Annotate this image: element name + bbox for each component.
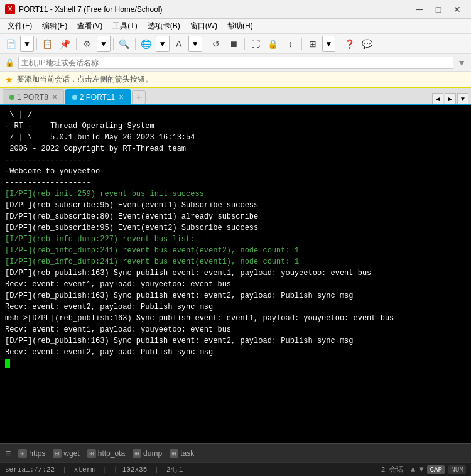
terminal-line: [D/PF](reb_subscribe:95) Event(event1) S… bbox=[5, 200, 466, 211]
minimize-button[interactable]: ─ bbox=[411, 3, 428, 16]
tab-label: 1 PORT8 bbox=[17, 93, 48, 102]
address-dropdown-icon[interactable]: ▼ bbox=[457, 58, 466, 68]
menu-view[interactable]: 查看(V) bbox=[72, 19, 107, 33]
terminal-line: Recv: event: event1, payload: youyeetoo:… bbox=[5, 279, 466, 290]
status-position: 24,1 bbox=[166, 466, 183, 473]
terminal-line: msh >[D/PF](reb_publish:163) Sync publis… bbox=[5, 313, 466, 324]
toolbar-settings-dropdown[interactable]: ▼ bbox=[97, 36, 111, 52]
status-sessions: 2 会话 bbox=[381, 465, 403, 474]
quick-cmd-wget[interactable]: ⊞ wget bbox=[53, 449, 79, 458]
menu-help[interactable]: 帮助(H) bbox=[222, 19, 258, 33]
toolbar-sep2 bbox=[76, 38, 77, 50]
terminal-line: [I/PF](reb_info_dump:241) revent bus eve… bbox=[5, 256, 466, 268]
toolbar-sep6 bbox=[244, 38, 245, 50]
terminal-line: ------------------- bbox=[5, 177, 466, 188]
tab-port8[interactable]: 1 PORT8 ✕ bbox=[3, 89, 64, 104]
num-indicator: NUM bbox=[448, 465, 466, 474]
quick-cmd-icon: ⊞ bbox=[170, 449, 178, 458]
toolbar-connect-dropdown[interactable]: ▼ bbox=[156, 36, 170, 52]
toolbar-connect[interactable]: 🌐 bbox=[138, 36, 154, 52]
toolbar-stop[interactable]: ⏹ bbox=[225, 36, 242, 52]
terminal[interactable]: \ | /- RT - Thread Operating System / | … bbox=[0, 105, 471, 443]
quick-cmd-https[interactable]: ⊞ https bbox=[18, 449, 45, 458]
quick-cmd-task[interactable]: ⊞ task bbox=[170, 449, 194, 458]
terminal-line: Recv: event: event2, payload: Publish sy… bbox=[5, 347, 466, 358]
terminal-line: / | \ 5.0.1 build May 26 2023 16:13:54 bbox=[5, 132, 466, 143]
toolbar-new-dropdown[interactable]: ▼ bbox=[20, 36, 34, 52]
tab-status-dot bbox=[72, 95, 77, 100]
quick-cmd-icon: ⊞ bbox=[53, 449, 62, 458]
app-icon: X bbox=[5, 4, 15, 14]
tab-label: 2 PORT11 bbox=[80, 93, 115, 102]
toolbar-sep3 bbox=[113, 38, 114, 50]
terminal-line bbox=[5, 358, 466, 369]
tab-next-button[interactable]: ► bbox=[445, 93, 456, 104]
quick-menu-icon[interactable]: ≡ bbox=[5, 448, 11, 459]
add-tab-button[interactable]: + bbox=[132, 90, 146, 104]
toolbar-multi-dropdown[interactable]: ▼ bbox=[322, 36, 336, 52]
toolbar: 📄 ▼ 📋 📌 ⚙ ▼ 🔍 🌐 ▼ A ▼ ↺ ⏹ ⛶ 🔒 ↕ ⊞ ▼ ❓ 💬 bbox=[0, 34, 471, 54]
menu-file[interactable]: 文件(F) bbox=[3, 19, 37, 33]
tab-prev-button[interactable]: ◄ bbox=[432, 93, 443, 104]
toolbar-lock[interactable]: 🔒 bbox=[265, 36, 281, 52]
menu-window[interactable]: 窗口(W) bbox=[185, 19, 222, 33]
terminal-line: Recv: event: event2, payload: Publish sy… bbox=[5, 301, 466, 313]
quick-cmd-icon: ⊞ bbox=[133, 449, 141, 458]
toolbar-font[interactable]: A bbox=[171, 36, 187, 52]
address-input[interactable] bbox=[18, 57, 453, 69]
tab-bar: 1 PORT8 ✕ 2 PORT11 ✕ + ◄ ► ▼ bbox=[0, 88, 471, 105]
terminal-line: [D/PF](reb_subscribe:95) Event(event2) S… bbox=[5, 222, 466, 234]
toolbar-new[interactable]: 📄 bbox=[3, 36, 19, 52]
toolbar-refresh[interactable]: ↺ bbox=[208, 36, 224, 52]
tab-list-button[interactable]: ▼ bbox=[457, 93, 468, 104]
toolbar-comment[interactable]: 💬 bbox=[359, 36, 375, 52]
quick-cmd-label: https bbox=[29, 449, 45, 458]
status-nav-down[interactable]: ▼ bbox=[419, 465, 423, 474]
terminal-line: 2006 - 2022 Copyright by RT-Thread team bbox=[5, 143, 466, 154]
terminal-line: [D/PF](reb_subscribe:80) Event(event1) a… bbox=[5, 211, 466, 222]
toolbar-transfer[interactable]: ↕ bbox=[283, 36, 299, 52]
terminal-line: ------------------- bbox=[5, 154, 466, 166]
quick-cmd-http-ota[interactable]: ⊞ http_ota bbox=[87, 449, 125, 458]
toolbar-multi[interactable]: ⊞ bbox=[305, 36, 321, 52]
maximize-button[interactable]: □ bbox=[430, 3, 447, 16]
toolbar-sep8 bbox=[338, 38, 338, 50]
quick-cmd-dump[interactable]: ⊞ dump bbox=[133, 449, 162, 458]
quick-cmd-label: task bbox=[180, 449, 194, 458]
hint-icon: ★ bbox=[5, 75, 13, 85]
menu-edit[interactable]: 编辑(E) bbox=[37, 19, 72, 33]
toolbar-fullscreen[interactable]: ⛶ bbox=[247, 36, 264, 52]
close-button[interactable]: ✕ bbox=[448, 3, 466, 16]
hint-text: 要添加当前会话，点击左侧的箭头按钮。 bbox=[17, 74, 153, 85]
address-bar: 🔒 ▼ bbox=[0, 54, 471, 72]
toolbar-sep1 bbox=[36, 38, 37, 50]
toolbar-search[interactable]: 🔍 bbox=[116, 36, 133, 52]
terminal-line: [I/PF](reb_init:259) revent bus init suc… bbox=[5, 188, 466, 200]
status-size: ⌈ 102x35 bbox=[114, 465, 147, 473]
cursor-block bbox=[5, 359, 10, 368]
terminal-line: Recv: event: event1, payload: youyeetoo:… bbox=[5, 324, 466, 335]
tab-close-icon[interactable]: ✕ bbox=[119, 94, 124, 100]
status-sessions-area: 2 会话 ▲ ▼ CAP NUM bbox=[381, 465, 466, 474]
quick-cmd-icon: ⊞ bbox=[87, 449, 96, 458]
toolbar-copy[interactable]: 📋 bbox=[40, 36, 56, 52]
toolbar-paste[interactable]: 📌 bbox=[57, 36, 73, 52]
address-lock-icon: 🔒 bbox=[5, 58, 14, 67]
menu-tools[interactable]: 工具(T) bbox=[107, 19, 142, 33]
menu-tabs[interactable]: 选项卡(B) bbox=[143, 19, 185, 33]
status-nav-up[interactable]: ▲ bbox=[411, 465, 415, 474]
toolbar-sep5 bbox=[205, 38, 205, 50]
toolbar-sep4 bbox=[135, 38, 136, 50]
terminal-line: - RT - Thread Operating System bbox=[5, 121, 466, 132]
cap-indicator: CAP bbox=[427, 465, 445, 474]
window-controls: ─ □ ✕ bbox=[411, 3, 466, 16]
toolbar-settings[interactable]: ⚙ bbox=[79, 36, 95, 52]
toolbar-sep7 bbox=[301, 38, 302, 50]
quick-cmd-label: http_ota bbox=[98, 449, 125, 458]
terminal-line: \ | / bbox=[5, 109, 466, 121]
quick-commands-bar: ≡ ⊞ https ⊞ wget ⊞ http_ota ⊞ dump ⊞ tas… bbox=[0, 443, 471, 462]
toolbar-help[interactable]: ❓ bbox=[341, 36, 357, 52]
tab-close-icon[interactable]: ✕ bbox=[52, 94, 57, 100]
tab-port11[interactable]: 2 PORT11 ✕ bbox=[65, 89, 131, 104]
toolbar-font-dropdown[interactable]: ▼ bbox=[188, 36, 202, 52]
